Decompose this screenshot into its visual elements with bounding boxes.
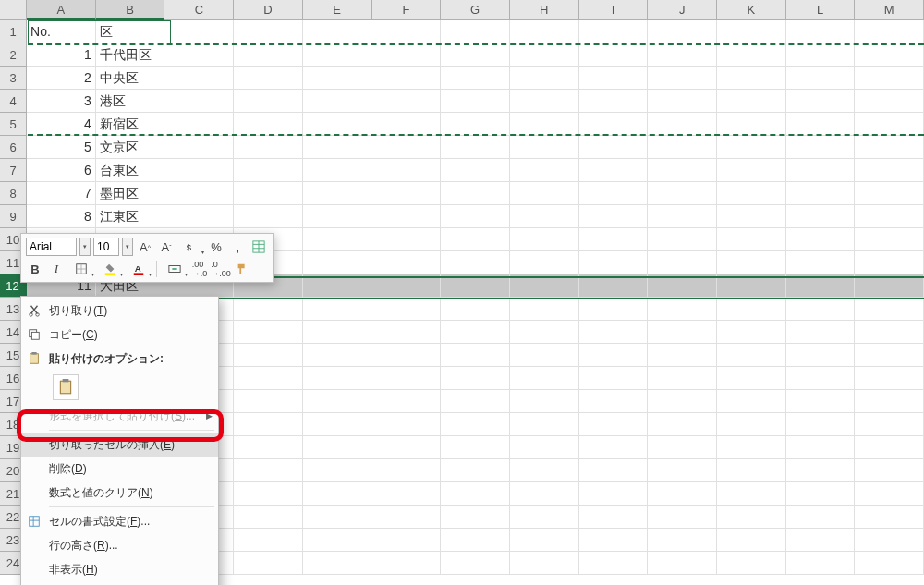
menu-label: 数式と値のクリア(N) bbox=[49, 485, 153, 501]
menu-row-height[interactable]: 行の高さ(R)... bbox=[21, 533, 218, 557]
row-header[interactable]: 5 bbox=[0, 113, 27, 136]
svg-text:A: A bbox=[135, 263, 141, 274]
borders-button[interactable] bbox=[68, 260, 94, 278]
row-header[interactable]: 2 bbox=[0, 43, 27, 67]
row-header[interactable]: 3 bbox=[0, 67, 27, 90]
grid-row: 3 2 中央区 bbox=[0, 67, 924, 90]
submenu-arrow-icon: ▶ bbox=[206, 411, 213, 420]
cell[interactable]: 千代田区 bbox=[96, 43, 165, 67]
menu-label: 非表示(H) bbox=[49, 562, 98, 578]
cell[interactable]: 6 bbox=[27, 159, 96, 182]
svg-rect-19 bbox=[60, 381, 70, 394]
merge-center-button[interactable] bbox=[162, 260, 188, 278]
menu-label: コピー(C) bbox=[49, 327, 98, 343]
row-header[interactable]: 4 bbox=[0, 90, 27, 113]
col-header-G[interactable]: G bbox=[441, 0, 510, 20]
cell[interactable]: 墨田区 bbox=[96, 182, 165, 205]
cell[interactable]: 港区 bbox=[96, 90, 165, 113]
font-name-dropdown[interactable] bbox=[79, 238, 91, 256]
menu-label: 削除(D) bbox=[49, 461, 87, 477]
col-header-H[interactable]: H bbox=[510, 0, 579, 20]
decrease-decimal-button[interactable]: .0→.00 bbox=[212, 260, 230, 278]
menu-label: 貼り付けのオプション: bbox=[49, 351, 164, 367]
format-painter-button[interactable] bbox=[233, 260, 251, 278]
col-header-C[interactable]: C bbox=[164, 0, 234, 20]
row-header-1[interactable]: 1 bbox=[0, 20, 27, 43]
cell[interactable]: 5 bbox=[27, 136, 96, 159]
menu-separator bbox=[49, 506, 214, 507]
cell[interactable]: 江東区 bbox=[96, 205, 165, 228]
paste-options-row bbox=[21, 371, 218, 404]
col-header-E[interactable]: E bbox=[303, 0, 372, 20]
cell[interactable]: 文京区 bbox=[96, 136, 165, 159]
col-header-J[interactable]: J bbox=[648, 0, 717, 20]
menu-copy[interactable]: コピー(C) bbox=[21, 323, 218, 347]
menu-cut[interactable]: 切り取り(T) bbox=[21, 299, 218, 323]
decrease-font-button[interactable]: Aˇ bbox=[157, 238, 176, 256]
grid-row: 7 6 台東区 bbox=[0, 159, 924, 182]
grid-row: 4 3 港区 bbox=[0, 90, 924, 113]
grid-row: 9 8 江東区 bbox=[0, 205, 924, 228]
col-header-D[interactable]: D bbox=[234, 0, 303, 20]
grid-row: 5 4 新宿区 bbox=[0, 113, 924, 136]
paste-icon bbox=[27, 351, 42, 366]
svg-rect-21 bbox=[30, 517, 40, 527]
menu-hide[interactable]: 非表示(H) bbox=[21, 557, 218, 581]
font-size-input[interactable]: 10 bbox=[93, 238, 119, 256]
col-header-B[interactable]: B bbox=[96, 0, 165, 20]
font-color-button[interactable]: A bbox=[126, 260, 152, 278]
col-header-A[interactable]: A bbox=[27, 0, 96, 20]
cell[interactable]: 中央区 bbox=[96, 67, 165, 90]
scissors-icon bbox=[27, 303, 42, 318]
menu-insert-cut-cells[interactable]: 切り取ったセルの挿入(E) bbox=[21, 433, 218, 457]
font-name-input[interactable]: Arial bbox=[26, 238, 77, 256]
grid-row: 6 5 文京区 bbox=[0, 136, 924, 159]
percent-button[interactable]: % bbox=[207, 238, 225, 256]
cell[interactable]: 新宿区 bbox=[96, 113, 165, 136]
col-header-I[interactable]: I bbox=[579, 0, 649, 20]
row-header[interactable]: 9 bbox=[0, 205, 27, 228]
col-header-K[interactable]: K bbox=[717, 0, 786, 20]
cell[interactable]: 1 bbox=[27, 43, 96, 67]
font-size-dropdown[interactable] bbox=[122, 238, 133, 256]
accounting-format-button[interactable]: $ bbox=[178, 238, 204, 256]
col-header-L[interactable]: L bbox=[786, 0, 856, 20]
bold-button[interactable]: B bbox=[26, 260, 44, 278]
svg-rect-17 bbox=[30, 354, 39, 364]
svg-text:$: $ bbox=[187, 242, 192, 252]
menu-paste-special: 形式を選択して貼り付け(S)... ▶ bbox=[21, 404, 218, 428]
col-header-F[interactable]: F bbox=[372, 0, 442, 20]
col-header-M[interactable]: M bbox=[855, 0, 924, 20]
grid-row: 2 1 千代田区 bbox=[0, 43, 924, 67]
svg-rect-10 bbox=[134, 273, 144, 275]
row-header[interactable]: 6 bbox=[0, 136, 27, 159]
cell[interactable]: 台東区 bbox=[96, 159, 165, 182]
italic-button[interactable]: I bbox=[47, 260, 66, 278]
menu-clear-contents[interactable]: 数式と値のクリア(N) bbox=[21, 481, 218, 505]
copy-icon bbox=[27, 327, 42, 342]
comma-button[interactable]: , bbox=[228, 238, 247, 256]
menu-delete[interactable]: 削除(D) bbox=[21, 457, 218, 481]
cell[interactable]: 8 bbox=[27, 205, 96, 228]
menu-label: 切り取ったセルの挿入(E) bbox=[49, 437, 175, 453]
cell-B1[interactable]: 区 bbox=[96, 20, 165, 43]
fill-color-button[interactable] bbox=[97, 260, 123, 278]
paste-default-button[interactable] bbox=[53, 374, 79, 400]
increase-font-button[interactable]: A^ bbox=[136, 238, 154, 256]
column-headers: A B C D E F G H I J K L M bbox=[0, 0, 924, 20]
cell-A1[interactable]: No. bbox=[27, 20, 96, 43]
row-header[interactable]: 8 bbox=[0, 182, 27, 205]
format-as-table-button[interactable] bbox=[249, 238, 268, 256]
select-all-corner[interactable] bbox=[0, 0, 27, 20]
cell[interactable]: 2 bbox=[27, 67, 96, 90]
row-header[interactable]: 7 bbox=[0, 159, 27, 182]
menu-unhide[interactable]: 再表示(U) bbox=[21, 581, 218, 585]
cell[interactable]: 7 bbox=[27, 182, 96, 205]
svg-rect-20 bbox=[63, 379, 69, 382]
grid-row: 1 No. 区 bbox=[0, 20, 924, 43]
menu-label: セルの書式設定(F)... bbox=[49, 514, 150, 530]
cell[interactable]: 4 bbox=[27, 113, 96, 136]
increase-decimal-button[interactable]: .00→.0 bbox=[190, 260, 209, 278]
cell[interactable]: 3 bbox=[27, 90, 96, 113]
menu-format-cells[interactable]: セルの書式設定(F)... bbox=[21, 509, 218, 533]
